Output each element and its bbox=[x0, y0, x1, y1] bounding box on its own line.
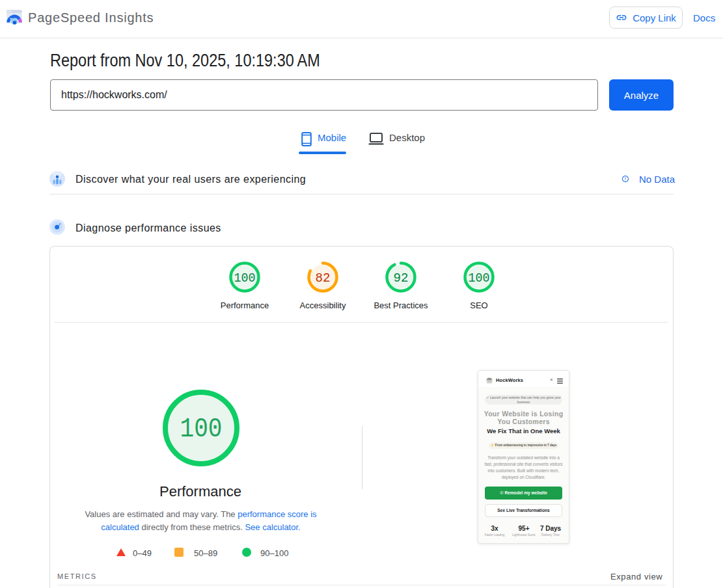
svg-text:100: 100 bbox=[234, 271, 256, 286]
svg-text:82: 82 bbox=[316, 271, 331, 286]
svg-text:100: 100 bbox=[180, 414, 223, 445]
svg-text:100: 100 bbox=[469, 271, 490, 286]
svg-text:92: 92 bbox=[394, 271, 409, 286]
